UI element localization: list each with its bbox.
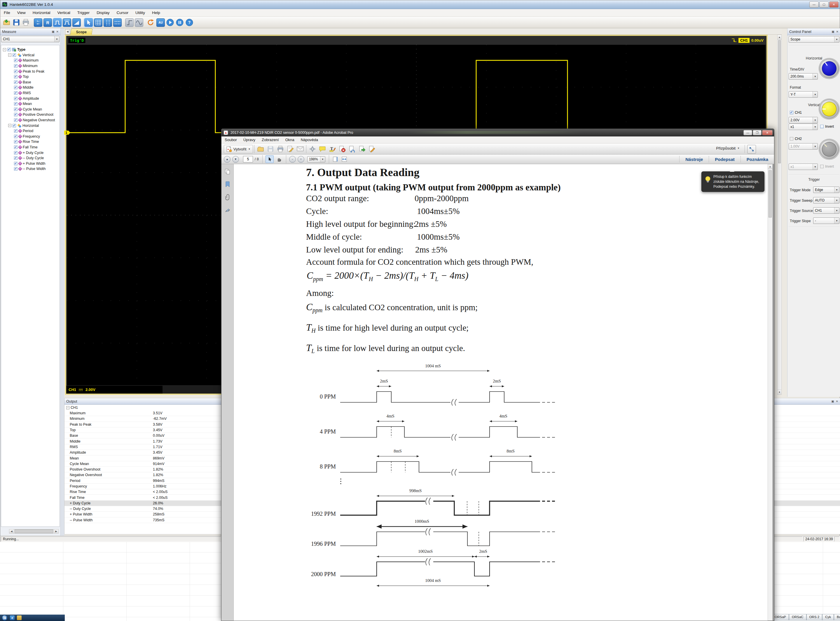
tools-button[interactable]: Nástroje: [679, 157, 709, 162]
tree-item[interactable]: RMS: [1, 90, 59, 96]
menu-cursor[interactable]: Cursor: [113, 11, 132, 15]
scroll-up-icon[interactable]: ▲: [768, 164, 772, 169]
sign-document-icon[interactable]: [286, 145, 295, 153]
checkbox[interactable]: [790, 137, 793, 141]
browser-icon[interactable]: e: [10, 615, 15, 620]
tab-scope[interactable]: Scope: [70, 29, 93, 35]
collapse-icon[interactable]: −: [8, 124, 11, 127]
trigger-source-select[interactable]: CH1▼: [813, 207, 839, 214]
checkbox[interactable]: [12, 53, 16, 57]
collapse-icon[interactable]: −: [3, 48, 6, 51]
hantek-titlebar[interactable]: Hantek6022BE Ver 1.0.4 — ▢ ✕: [0, 0, 840, 9]
open-icon[interactable]: [257, 145, 264, 153]
zoom-level-select[interactable]: 198%▼: [307, 156, 325, 162]
minimize-button[interactable]: —: [743, 130, 752, 135]
edit-document-icon[interactable]: [368, 145, 376, 153]
tree-node-type[interactable]: − Type: [1, 47, 59, 53]
sign-button[interactable]: Podepsat: [709, 157, 741, 162]
minimize-button[interactable]: —: [810, 2, 819, 8]
bookmarks-icon[interactable]: [224, 180, 231, 188]
menu-utility[interactable]: Utility: [132, 11, 149, 15]
checkbox[interactable]: [14, 140, 18, 144]
horizontal-knob[interactable]: [820, 59, 839, 78]
select-tool[interactable]: [266, 155, 274, 163]
trigger-sweep-select[interactable]: AUTO▼: [813, 197, 839, 203]
tree-item[interactable]: Minimum: [1, 63, 59, 69]
scrolling-mode-icon[interactable]: [332, 156, 339, 163]
email-icon[interactable]: [296, 145, 304, 153]
next-page-icon[interactable]: ▼: [232, 156, 239, 163]
sheet-tab[interactable]: Ba: [834, 614, 840, 620]
checkbox[interactable]: [14, 108, 18, 111]
customize-button[interactable]: Přizpůsobit ▼: [716, 146, 740, 150]
help-icon[interactable]: ?: [185, 18, 193, 26]
attachments-icon[interactable]: [224, 193, 231, 201]
checkbox[interactable]: [14, 80, 18, 84]
zoom-in-icon[interactable]: +: [298, 156, 304, 163]
tree-item[interactable]: Amplitude: [1, 95, 59, 101]
checkbox[interactable]: [12, 124, 16, 127]
tree-node-vertical[interactable]: − Vertical: [1, 53, 59, 58]
checkbox[interactable]: [14, 64, 18, 68]
comment-icon[interactable]: [318, 145, 327, 153]
checkbox[interactable]: [14, 75, 18, 79]
menu-okna[interactable]: Okna: [282, 138, 298, 142]
ch2-position-knob[interactable]: [820, 140, 839, 159]
ch2-enable[interactable]: CH2: [790, 137, 802, 141]
start-button[interactable]: [2, 615, 8, 621]
close-icon[interactable]: ✕: [836, 30, 838, 33]
start-acquisition-icon[interactable]: [166, 18, 174, 26]
checkbox[interactable]: [14, 162, 18, 165]
print-icon[interactable]: [22, 18, 30, 26]
checkbox[interactable]: [14, 86, 18, 89]
fit-width-icon[interactable]: [341, 156, 348, 163]
menu-trigger[interactable]: Trigger: [74, 11, 93, 15]
tree-item[interactable]: Top: [1, 74, 59, 80]
tree-item[interactable]: Mean: [1, 101, 59, 107]
open-icon[interactable]: [3, 18, 11, 26]
tree-item[interactable]: Positive Overshoot: [1, 112, 59, 118]
menu-view[interactable]: View: [14, 11, 29, 15]
checkbox[interactable]: [14, 145, 18, 149]
fullscreen-icon[interactable]: [747, 145, 756, 154]
delete-pages-icon[interactable]: ✕: [338, 145, 346, 153]
sine-signal-icon[interactable]: [135, 18, 143, 27]
checkbox[interactable]: [14, 113, 18, 116]
menu-vertical[interactable]: Vertical: [54, 11, 74, 15]
pin-icon[interactable]: ▣: [832, 30, 834, 33]
tree-item[interactable]: Frequency: [1, 134, 59, 139]
refresh-icon[interactable]: [147, 18, 155, 26]
ch1-invert[interactable]: Invert: [820, 124, 834, 129]
tree-item[interactable]: Maximum: [1, 58, 59, 63]
checkbox[interactable]: [14, 129, 18, 133]
checkbox[interactable]: [14, 151, 18, 154]
timediv-select[interactable]: 200.0ms▼: [788, 73, 818, 80]
checkbox[interactable]: [14, 102, 18, 106]
scope-vscrollbar[interactable]: ▲ ▼: [777, 35, 782, 395]
comment-button[interactable]: Poznámka: [741, 157, 774, 162]
menu-soubor[interactable]: Soubor: [222, 138, 240, 142]
restore-button[interactable]: ❐: [753, 130, 761, 135]
scroll-left-icon[interactable]: ◀: [9, 529, 14, 533]
ch2-scale-select[interactable]: 1.00V▼: [788, 143, 818, 150]
ramp-icon[interactable]: [72, 18, 81, 27]
measure-channel-select[interactable]: CH1 ▼: [1, 36, 59, 42]
scroll-down-icon[interactable]: ▼: [778, 390, 781, 394]
create-button[interactable]: Vytvořit ▼: [224, 145, 253, 153]
tree-item[interactable]: -- Pulse Width: [1, 166, 59, 172]
page-thumbnails-icon[interactable]: [224, 168, 231, 175]
replace-pages-icon[interactable]: [348, 145, 356, 153]
tree-item[interactable]: Negative Overshoot: [1, 118, 59, 123]
page-number-input[interactable]: 5: [243, 156, 253, 162]
cursor-arrow-icon[interactable]: [84, 18, 93, 27]
hand-tool[interactable]: [275, 156, 283, 163]
gear-icon[interactable]: [308, 145, 317, 153]
close-button[interactable]: ✕: [829, 2, 838, 8]
checkbox[interactable]: [820, 165, 824, 168]
checkbox[interactable]: [820, 125, 824, 128]
measure-hscrollbar[interactable]: ◀▶: [9, 529, 59, 533]
checkbox[interactable]: [14, 167, 18, 171]
tree-item[interactable]: Cycle Mean: [1, 107, 59, 112]
previous-page-icon[interactable]: ▲: [224, 156, 231, 163]
step-signal-icon[interactable]: [125, 18, 134, 27]
